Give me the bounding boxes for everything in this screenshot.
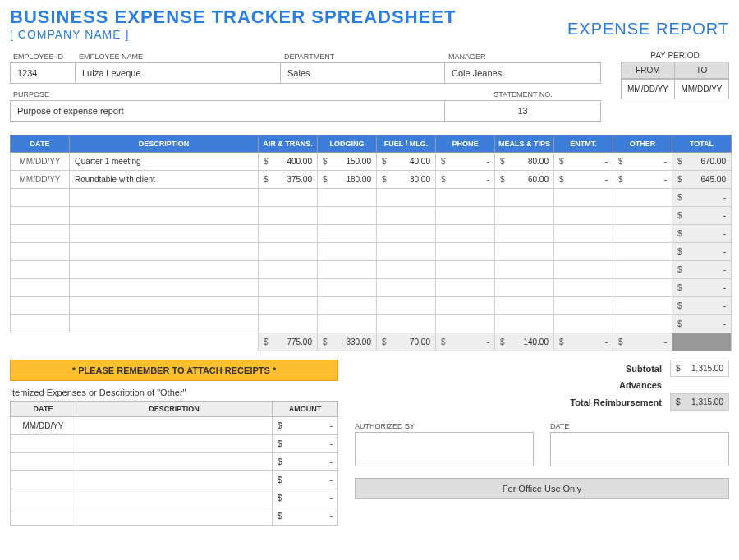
expense-cell[interactable]: $- xyxy=(672,315,732,333)
expense-cell[interactable] xyxy=(318,243,377,261)
expense-cell[interactable]: $- xyxy=(436,153,495,171)
expense-cell[interactable]: $80.00 xyxy=(495,153,554,171)
desc-cell[interactable] xyxy=(70,297,259,315)
department-field[interactable]: Sales xyxy=(281,62,445,84)
expense-cell[interactable] xyxy=(613,225,672,243)
expense-cell[interactable]: $- xyxy=(554,153,613,171)
expense-cell[interactable] xyxy=(554,243,613,261)
date-cell[interactable]: MM/DD/YY xyxy=(11,171,70,189)
desc-cell[interactable]: Roundtable with client xyxy=(70,171,259,189)
other-desc-cell[interactable] xyxy=(76,417,273,435)
purpose-field[interactable]: Purpose of expense report xyxy=(10,100,445,122)
expense-cell[interactable] xyxy=(318,207,377,225)
expense-cell[interactable] xyxy=(554,315,613,333)
auth-date-field[interactable] xyxy=(550,432,729,466)
date-cell[interactable] xyxy=(11,279,70,297)
date-cell[interactable] xyxy=(11,207,70,225)
expense-cell[interactable]: $40.00 xyxy=(377,153,436,171)
expense-cell[interactable] xyxy=(613,243,672,261)
date-cell[interactable] xyxy=(11,225,70,243)
employee-id-field[interactable]: 1234 xyxy=(10,62,76,84)
expense-cell[interactable] xyxy=(259,189,318,207)
other-date-cell[interactable] xyxy=(11,435,76,453)
authorized-by-field[interactable] xyxy=(355,432,534,466)
other-date-cell[interactable] xyxy=(11,489,76,507)
desc-cell[interactable]: Quarter 1 meeting xyxy=(70,153,259,171)
expense-cell[interactable] xyxy=(554,225,613,243)
expense-cell[interactable]: $70.00 xyxy=(377,333,436,351)
expense-cell[interactable] xyxy=(436,243,495,261)
expense-cell[interactable] xyxy=(318,225,377,243)
other-amount-cell[interactable]: $- xyxy=(273,453,338,471)
expense-cell[interactable] xyxy=(495,279,554,297)
expense-cell[interactable]: $- xyxy=(554,171,613,189)
expense-cell[interactable] xyxy=(613,189,672,207)
desc-cell[interactable] xyxy=(70,207,259,225)
other-date-cell[interactable] xyxy=(11,453,76,471)
expense-cell[interactable]: $180.00 xyxy=(318,171,377,189)
other-desc-cell[interactable] xyxy=(76,489,273,507)
expense-cell[interactable] xyxy=(259,243,318,261)
expense-cell[interactable] xyxy=(318,261,377,279)
desc-cell[interactable] xyxy=(70,261,259,279)
expense-cell[interactable] xyxy=(259,225,318,243)
expense-cell[interactable] xyxy=(318,297,377,315)
expense-cell[interactable]: $400.00 xyxy=(259,153,318,171)
expense-cell[interactable] xyxy=(554,207,613,225)
advances-value[interactable] xyxy=(670,382,729,388)
expense-cell[interactable] xyxy=(554,279,613,297)
expense-cell[interactable] xyxy=(377,243,436,261)
date-cell[interactable] xyxy=(11,243,70,261)
expense-cell[interactable] xyxy=(377,207,436,225)
expense-cell[interactable] xyxy=(495,207,554,225)
expense-cell[interactable] xyxy=(554,261,613,279)
expense-cell[interactable] xyxy=(318,189,377,207)
expense-cell[interactable] xyxy=(495,225,554,243)
expense-cell[interactable]: $645.00 xyxy=(672,171,732,189)
other-date-cell[interactable] xyxy=(11,471,76,489)
expense-cell[interactable]: $150.00 xyxy=(318,153,377,171)
other-amount-cell[interactable]: $- xyxy=(273,471,338,489)
expense-cell[interactable] xyxy=(377,225,436,243)
date-cell[interactable] xyxy=(11,261,70,279)
expense-cell[interactable] xyxy=(436,189,495,207)
expense-cell[interactable] xyxy=(495,297,554,315)
expense-cell[interactable] xyxy=(613,279,672,297)
other-amount-cell[interactable]: $- xyxy=(273,507,338,526)
expense-cell[interactable] xyxy=(377,297,436,315)
expense-cell[interactable] xyxy=(436,261,495,279)
expense-cell[interactable] xyxy=(613,315,672,333)
expense-cell[interactable]: $- xyxy=(554,333,613,351)
expense-cell[interactable] xyxy=(495,261,554,279)
other-amount-cell[interactable]: $- xyxy=(273,417,338,435)
other-date-cell[interactable]: MM/DD/YY xyxy=(11,417,76,435)
expense-cell[interactable]: $60.00 xyxy=(495,171,554,189)
expense-cell[interactable] xyxy=(377,261,436,279)
employee-name-field[interactable]: Luiza Leveque xyxy=(76,62,281,84)
other-desc-cell[interactable] xyxy=(76,453,273,471)
expense-cell[interactable] xyxy=(672,333,732,351)
expense-cell[interactable]: $- xyxy=(613,333,672,351)
other-date-cell[interactable] xyxy=(11,507,76,526)
expense-cell[interactable] xyxy=(377,279,436,297)
desc-cell[interactable] xyxy=(70,189,259,207)
expense-cell[interactable] xyxy=(436,225,495,243)
other-desc-cell[interactable] xyxy=(76,471,273,489)
expense-cell[interactable]: $670.00 xyxy=(672,153,732,171)
expense-cell[interactable] xyxy=(377,315,436,333)
expense-cell[interactable] xyxy=(259,207,318,225)
expense-cell[interactable] xyxy=(613,261,672,279)
expense-cell[interactable]: $- xyxy=(672,297,732,315)
manager-field[interactable]: Cole Jeanes xyxy=(445,62,601,84)
expense-cell[interactable]: $775.00 xyxy=(259,333,318,351)
date-cell[interactable]: MM/DD/YY xyxy=(11,153,70,171)
expense-cell[interactable]: $- xyxy=(672,207,732,225)
expense-cell[interactable]: $- xyxy=(672,279,732,297)
other-amount-cell[interactable]: $- xyxy=(273,489,338,507)
expense-cell[interactable]: $- xyxy=(672,189,732,207)
desc-cell[interactable] xyxy=(70,279,259,297)
expense-cell[interactable] xyxy=(554,297,613,315)
expense-cell[interactable] xyxy=(436,315,495,333)
expense-cell[interactable] xyxy=(436,297,495,315)
other-desc-cell[interactable] xyxy=(76,507,273,526)
